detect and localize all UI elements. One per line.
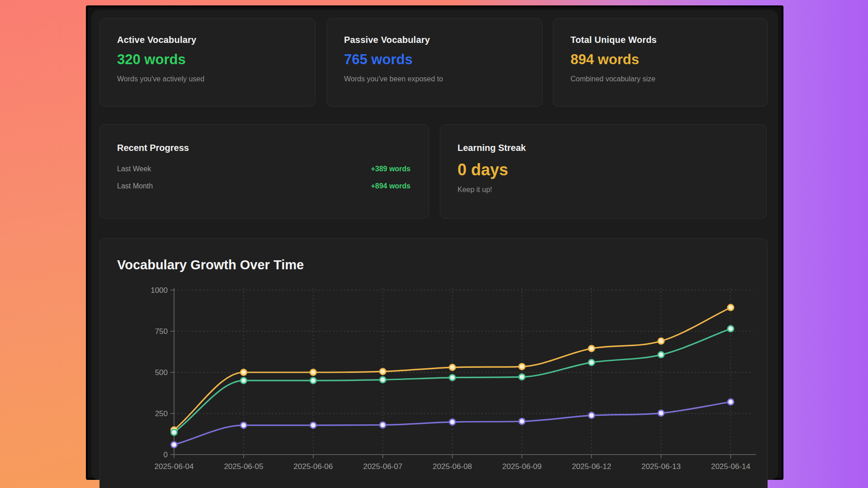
y-tick-label: 750 [155, 327, 168, 336]
chart-point [241, 378, 246, 384]
chart-point [449, 365, 455, 371]
chart-point [658, 352, 664, 358]
x-tick-label: 2025-06-14 [711, 462, 750, 471]
x-tick-label: 2025-06-04 [155, 462, 194, 471]
x-tick-label: 2025-06-08 [433, 462, 472, 471]
chart-point [728, 399, 734, 405]
chart-point [658, 410, 664, 416]
chart-point [519, 374, 525, 380]
stat-title: Total Unique Words [571, 35, 750, 45]
y-tick-label: 1000 [151, 286, 168, 295]
stat-card-passive-vocabulary: Passive Vocabulary 765 words Words you'v… [326, 18, 542, 107]
progress-label: Last Week [117, 165, 151, 173]
x-tick-label: 2025-06-07 [363, 462, 402, 471]
stat-value: 765 words [344, 52, 525, 68]
x-tick-label: 2025-06-12 [572, 462, 611, 471]
stat-value: 320 words [117, 52, 298, 68]
stat-value: 894 words [571, 52, 750, 68]
chart-point [589, 360, 594, 366]
learning-streak-value: 0 days [458, 160, 749, 179]
y-tick-label: 500 [155, 368, 168, 377]
stat-title: Active Vocabulary [117, 35, 298, 45]
x-tick-label: 2025-06-05 [224, 462, 263, 471]
x-tick-label: 2025-06-06 [293, 462, 333, 471]
chart-point [380, 377, 386, 383]
stat-subtitle: Words you've been exposed to [344, 75, 525, 83]
chart-point [728, 326, 734, 332]
chart-point [310, 378, 316, 384]
progress-label: Last Month [117, 182, 153, 190]
learning-streak-caption: Keep it up! [458, 186, 749, 194]
chart-point [658, 338, 664, 344]
progress-row-last-week: Last Week +389 words [117, 165, 410, 173]
chart-point [310, 370, 316, 375]
stat-subtitle: Combined vocabulary size [571, 75, 750, 83]
chart-point [380, 422, 386, 428]
chart-point [171, 429, 177, 435]
chart-point [171, 442, 177, 448]
chart-point [241, 370, 246, 375]
progress-row-last-month: Last Month +894 words [117, 182, 410, 190]
chart-point [589, 346, 594, 352]
chart-point [380, 369, 386, 375]
chart-point [449, 375, 455, 380]
recent-progress-title: Recent Progress [117, 143, 410, 153]
vocabulary-growth-chart-canvas[interactable]: 025050075010002025-06-042025-06-052025-0… [100, 272, 760, 480]
y-tick-label: 250 [155, 409, 168, 418]
chart-point [310, 422, 316, 428]
stat-card-active-vocabulary: Active Vocabulary 320 words Words you've… [99, 18, 316, 107]
stat-title: Passive Vocabulary [344, 35, 525, 45]
x-tick-label: 2025-06-09 [502, 462, 542, 471]
chart-point [728, 305, 734, 310]
y-tick-label: 0 [164, 450, 168, 459]
progress-value: +894 words [371, 182, 410, 190]
chart-point [519, 364, 525, 370]
learning-streak-title: Learning Streak [458, 143, 749, 153]
recent-progress-card: Recent Progress Last Week +389 words Las… [99, 124, 429, 219]
x-tick-label: 2025-06-13 [642, 462, 681, 471]
chart-point [589, 413, 594, 418]
vocabulary-growth-card: Vocabulary Growth Over Time 025050075010… [99, 238, 768, 488]
chart-point [449, 419, 455, 425]
chart-point [519, 418, 525, 424]
progress-value: +389 words [371, 165, 410, 173]
desktop-background: Active Vocabulary 320 words Words you've… [0, 0, 868, 488]
stat-card-total-unique-words: Total Unique Words 894 words Combined vo… [553, 18, 768, 107]
chart-title: Vocabulary Growth Over Time [117, 258, 304, 272]
stat-subtitle: Words you've actively used [117, 75, 298, 83]
learning-streak-card: Learning Streak 0 days Keep it up! [440, 124, 767, 219]
chart-point [241, 422, 246, 428]
